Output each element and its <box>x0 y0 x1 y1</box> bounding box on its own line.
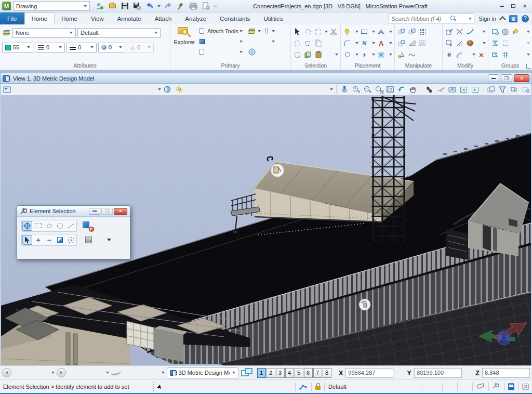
method-circle[interactable] <box>55 221 65 231</box>
trim-icon[interactable] <box>455 39 464 48</box>
ribbon-search[interactable] <box>389 14 474 23</box>
navigate-view-icon[interactable] <box>447 85 457 94</box>
create-complex-icon[interactable] <box>490 28 499 36</box>
back-icon[interactable] <box>2 368 11 377</box>
method-block[interactable] <box>33 221 43 231</box>
method-shape[interactable] <box>44 221 54 231</box>
clip-mask-icon[interactable] <box>509 85 518 94</box>
fillet-icon[interactable] <box>455 50 464 59</box>
workflow-select[interactable]: Drawing <box>13 1 90 11</box>
y-coordinate-input[interactable] <box>414 368 462 378</box>
tab-home[interactable]: Home <box>24 12 55 24</box>
named-group-icon[interactable] <box>490 50 499 59</box>
active-level[interactable]: Default <box>328 384 391 390</box>
paste-icon[interactable] <box>314 50 323 59</box>
displayset-icon[interactable] <box>501 50 510 59</box>
collapse-ribbon-icon[interactable] <box>499 16 506 23</box>
scissors-icon[interactable] <box>329 28 338 36</box>
tab-drawing-aids[interactable]: Utilities <box>257 12 289 24</box>
element-information-icon[interactable]: i <box>248 47 257 56</box>
display-style-icon[interactable] <box>163 85 172 94</box>
polygon-tool-icon[interactable] <box>377 28 385 36</box>
place-text-icon[interactable]: A <box>377 39 385 48</box>
view-toggle-5[interactable]: 5 <box>295 368 303 378</box>
scale-icon[interactable] <box>407 39 416 48</box>
app-logo-icon[interactable]: M <box>2 2 11 10</box>
adjust-brightness-icon[interactable] <box>175 85 184 94</box>
help-icon[interactable]: ? <box>522 15 529 22</box>
line-style-select[interactable]: 0 <box>35 43 65 52</box>
dialog-close-button[interactable]: × <box>114 208 127 215</box>
save-icon[interactable] <box>120 2 129 11</box>
move-parallel-icon[interactable] <box>397 39 406 48</box>
open-icon[interactable] <box>108 2 117 11</box>
clip-volume-icon[interactable] <box>498 85 507 94</box>
minimize-button[interactable] <box>497 2 507 10</box>
explorer-button[interactable]: Explorer <box>172 26 196 57</box>
tab-utilities[interactable]: Constraints <box>213 12 257 24</box>
level-display-icon[interactable] <box>248 37 257 46</box>
change-attributes-icon[interactable] <box>466 39 474 48</box>
view-toggle-6[interactable]: 6 <box>304 368 313 378</box>
dialog-titlebar[interactable]: Element Selection ❐ × <box>17 206 130 217</box>
element-selection-tool-icon[interactable] <box>293 28 302 36</box>
select-previous-icon[interactable] <box>303 39 312 48</box>
locks-icon[interactable] <box>315 386 321 390</box>
circle-tool-icon[interactable] <box>343 50 352 59</box>
fly-icon[interactable] <box>436 85 445 94</box>
dialog-minimize-button[interactable] <box>89 208 100 215</box>
view-previous-icon[interactable]: ◂ <box>459 85 468 94</box>
align-icon[interactable] <box>418 39 427 48</box>
line-weight-select[interactable]: 0 <box>66 43 97 52</box>
stretch-icon[interactable] <box>407 50 416 59</box>
view-window-titlebar[interactable]: View 1, 3D Metric Design Model ❐ × <box>0 73 532 84</box>
boresite-icon[interactable] <box>511 28 520 36</box>
view-close-button[interactable]: × <box>514 74 529 82</box>
undo-caret[interactable] <box>157 5 161 7</box>
method-individual[interactable] <box>22 221 32 231</box>
copy-element-icon[interactable] <box>314 39 323 48</box>
copy-view-icon[interactable] <box>486 85 496 94</box>
walk-icon[interactable] <box>424 85 434 94</box>
select-none-icon[interactable] <box>293 50 302 59</box>
viewport-3d-model[interactable]: Element Selection ❐ × <box>1 95 531 365</box>
place-line-icon[interactable]: N <box>360 39 369 48</box>
expand-dialog-caret[interactable] <box>107 239 111 241</box>
arc-tool-icon[interactable] <box>343 39 352 48</box>
tab-constraints[interactable]: Analyze <box>178 12 213 24</box>
references-icon[interactable] <box>197 37 206 46</box>
connect-user-icon[interactable] <box>95 2 104 11</box>
select-lock-icon[interactable] <box>303 28 312 36</box>
mode-add[interactable]: + <box>33 235 43 245</box>
rotate-icon[interactable] <box>397 50 406 59</box>
maximize-button[interactable] <box>508 2 518 10</box>
attach-tools-button[interactable]: Attach Tools <box>197 26 243 36</box>
update-view-icon[interactable] <box>340 85 349 94</box>
design-history-icon[interactable] <box>508 383 514 390</box>
move-icon[interactable] <box>407 28 416 36</box>
redo-icon[interactable] <box>164 2 173 11</box>
qat-overflow-icon[interactable]: ≂ <box>214 4 218 9</box>
undo-icon[interactable] <box>145 2 154 11</box>
active-style-select[interactable]: Default <box>77 28 161 38</box>
view-toggle-8[interactable]: 8 <box>323 368 331 378</box>
mode-clear[interactable] <box>66 235 76 245</box>
extend-line-icon[interactable]: 2 <box>466 28 474 36</box>
active-level-select[interactable]: None <box>12 28 76 38</box>
sign-in-link[interactable]: Sign in <box>478 16 496 22</box>
section-clip-icon[interactable] <box>521 85 530 94</box>
array-icon[interactable] <box>418 28 427 36</box>
view-next-icon[interactable]: ▸ <box>470 85 480 94</box>
method-line[interactable] <box>66 221 76 231</box>
create-region-icon[interactable] <box>490 39 499 48</box>
clip-volume-status-icon[interactable] <box>476 383 485 390</box>
break-element-icon[interactable] <box>455 28 464 36</box>
select-all-icon[interactable] <box>293 39 302 48</box>
hatch-area-icon[interactable]: # <box>445 50 454 59</box>
fit-view-icon[interactable] <box>385 85 395 94</box>
zoom-out-icon[interactable]: − <box>363 85 372 94</box>
view-toggle-1[interactable]: 1 <box>257 368 266 378</box>
saved-views-icon[interactable] <box>111 370 122 375</box>
element-selection-dialog[interactable]: Element Selection ❐ × <box>17 205 130 259</box>
place-cell-icon[interactable] <box>377 50 385 59</box>
